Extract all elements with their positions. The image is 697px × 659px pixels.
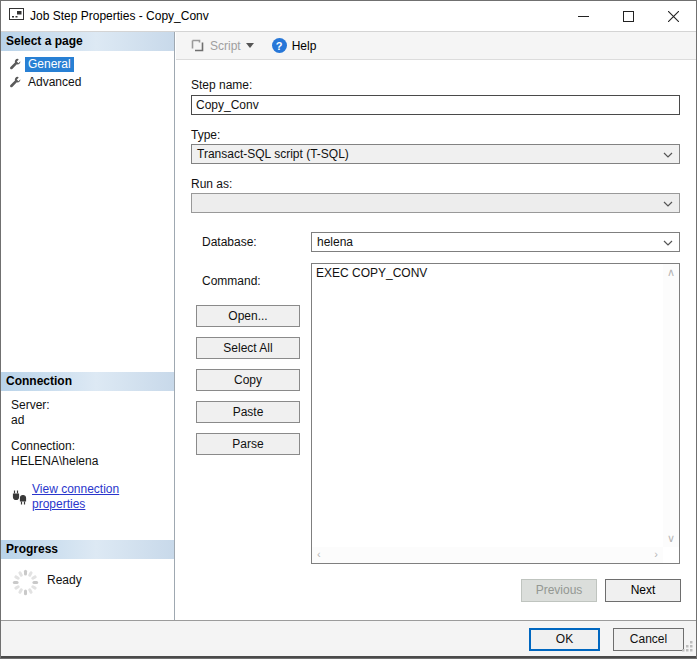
horizontal-scrollbar[interactable]: ‹ › [312,547,663,563]
plug-icon [11,490,28,505]
connection-value: HELENA\helena [11,454,174,469]
ok-button[interactable]: OK [529,628,600,651]
server-value: ad [11,413,174,428]
chevron-down-icon [663,201,673,207]
connection-header: Connection [1,372,174,391]
select-all-button[interactable]: Select All [196,337,300,359]
help-button[interactable]: ? Help [268,36,321,55]
database-label: Database: [202,235,257,249]
close-icon [668,11,679,22]
job-step-properties-dialog: Job Step Properties - Copy_Conv Select a… [0,0,697,659]
sidebar: Select a page General Advanced Connectio… [1,32,175,621]
copy-button[interactable]: Copy [196,369,300,391]
sidebar-item-advanced[interactable]: Advanced [1,73,174,91]
sidebar-item-label: Advanced [25,75,84,90]
script-label: Script [210,39,241,53]
script-icon [190,38,205,53]
run-as-dropdown[interactable] [191,193,680,213]
progress-section: Progress [1,540,174,619]
connection-label: Connection: [11,439,174,454]
command-box: EXEC COPY_CONV ∧ ∨ ‹ › [311,263,680,564]
step-name-input[interactable] [191,95,680,115]
view-connection-properties-link[interactable]: View connection properties [32,482,174,512]
wrench-icon [8,76,21,89]
scroll-up-icon[interactable]: ∧ [667,267,675,278]
footer-bar: OK Cancel [1,620,696,658]
type-label: Type: [191,128,220,142]
vertical-scrollbar[interactable]: ∧ ∨ [663,264,679,547]
type-value: Transact-SQL script (T-SQL) [197,147,349,161]
help-label: Help [292,39,317,53]
window-icon [9,8,24,24]
database-value: helena [317,235,353,249]
previous-button[interactable]: Previous [521,579,597,602]
open-button[interactable]: Open... [196,305,300,327]
toolbar: Script ? Help [176,32,696,60]
type-dropdown[interactable]: Transact-SQL script (T-SQL) [191,144,680,164]
cancel-button[interactable]: Cancel [613,628,684,651]
sidebar-item-label: General [25,57,74,72]
maximize-icon [623,11,634,22]
close-button[interactable] [651,1,696,31]
minimize-icon [578,11,589,22]
chevron-down-icon [663,240,673,246]
step-name-label: Step name: [191,78,252,92]
script-button[interactable]: Script [186,36,258,55]
script-dropdown-icon[interactable] [246,43,254,48]
resize-grip[interactable] [682,641,694,653]
scroll-left-icon[interactable]: ‹ [317,549,321,560]
title-bar: Job Step Properties - Copy_Conv [1,1,696,31]
chevron-down-icon [663,152,673,158]
progress-spinner-icon [12,569,39,596]
run-as-label: Run as: [191,177,232,191]
maximize-button[interactable] [606,1,651,31]
window-title: Job Step Properties - Copy_Conv [30,9,209,23]
minimize-button[interactable] [561,1,606,31]
next-button[interactable]: Next [605,579,681,602]
database-dropdown[interactable]: helena [311,232,680,252]
command-label: Command: [202,274,261,288]
scroll-right-icon[interactable]: › [654,549,658,560]
server-label: Server: [11,398,174,413]
parse-button[interactable]: Parse [196,433,300,455]
wrench-icon [8,58,21,71]
connection-section: Connection Server: ad Connection: HELENA… [1,372,174,512]
progress-header: Progress [1,540,174,559]
scroll-down-icon[interactable]: ∨ [667,533,675,544]
help-icon: ? [272,38,287,53]
sidebar-item-general[interactable]: General [1,55,174,73]
select-page-header: Select a page [1,32,174,51]
paste-button[interactable]: Paste [196,401,300,423]
dialog-body: Select a page General Advanced Connectio… [1,31,696,620]
command-textarea[interactable]: EXEC COPY_CONV [312,264,663,547]
progress-status: Ready [47,573,82,587]
main-panel: Script ? Help Step name: Type: Transact-… [176,32,696,620]
